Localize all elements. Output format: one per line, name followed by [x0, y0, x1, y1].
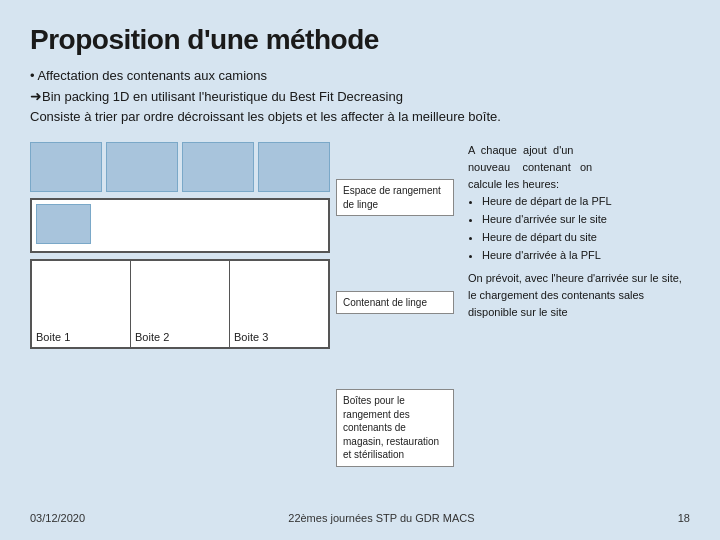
boites-callout-text: Boîtes pour le rangement des contenants …	[343, 395, 439, 460]
footer-date: 03/12/2020	[30, 512, 85, 524]
contenant-linge-box	[36, 204, 91, 244]
right-text-conclusion: On prévoit, avec l'heure d'arrivée sur l…	[468, 270, 690, 321]
footer: 03/12/2020 22èmes journées STP du GDR MA…	[30, 512, 690, 524]
callout-column: Espace de rangement de linge Contenant d…	[330, 142, 460, 504]
right-intro-calcule: calcule les heures:	[468, 178, 559, 190]
espace-callout-text: Espace de rangement de linge	[343, 185, 441, 210]
slide: Proposition d'une méthode • Affectation …	[0, 0, 720, 540]
boite-2-label: Boite 2	[135, 331, 169, 343]
contenant-callout: Contenant de linge	[336, 291, 454, 315]
bullet-depart-site: Heure de départ du site	[482, 229, 690, 246]
intro-arrow-text: Bin packing 1D en utilisant l'heuristiqu…	[42, 89, 403, 104]
footer-page: 18	[678, 512, 690, 524]
arrow-icon: ➜	[30, 88, 42, 104]
right-intro-a: A chaque ajout d'unnouveau contenant	[468, 144, 580, 173]
bullet-arrivee-site: Heure d'arrivée sur le site	[482, 211, 690, 228]
intro-bullet1: Affectation des contenants aux camions	[37, 68, 267, 83]
top-boxes-row	[30, 142, 330, 192]
middle-inner	[36, 204, 91, 247]
boite-1-cell: Boite 1	[32, 261, 131, 347]
right-text-intro: A chaque ajout d'unnouveau contenant on …	[468, 142, 690, 193]
main-content: Boite 1 Boite 2 Boite 3 Espace de rangem…	[30, 142, 690, 504]
middle-container-row	[30, 198, 330, 253]
text-column: A chaque ajout d'unnouveau contenant on …	[460, 142, 690, 504]
boites-row: Boite 1 Boite 2 Boite 3	[30, 259, 330, 349]
boite-3-cell: Boite 3	[230, 261, 328, 347]
slide-title: Proposition d'une méthode	[30, 24, 690, 56]
top-box-3	[182, 142, 254, 192]
intro-description: Consiste à trier par ordre décroissant l…	[30, 109, 501, 124]
intro-text: • Affectation des contenants aux camions…	[30, 66, 690, 126]
boites-callout: Boîtes pour le rangement des contenants …	[336, 389, 454, 467]
right-bullets: Heure de départ de la PFL Heure d'arrivé…	[468, 193, 690, 264]
boite-3-label: Boite 3	[234, 331, 268, 343]
contenant-callout-text: Contenant de linge	[343, 297, 427, 308]
top-box-4	[258, 142, 330, 192]
bullet-depart-pfl: Heure de départ de la PFL	[482, 193, 690, 210]
footer-conference: 22èmes journées STP du GDR MACS	[288, 512, 474, 524]
top-box-1	[30, 142, 102, 192]
bullet-arrivee-pfl: Heure d'arrivée à la PFL	[482, 247, 690, 264]
boite-1-label: Boite 1	[36, 331, 70, 343]
boite-2-cell: Boite 2	[131, 261, 230, 347]
top-box-2	[106, 142, 178, 192]
espace-callout: Espace de rangement de linge	[336, 179, 454, 216]
right-intro-on: on	[580, 161, 592, 173]
diagram-column: Boite 1 Boite 2 Boite 3	[30, 142, 330, 504]
